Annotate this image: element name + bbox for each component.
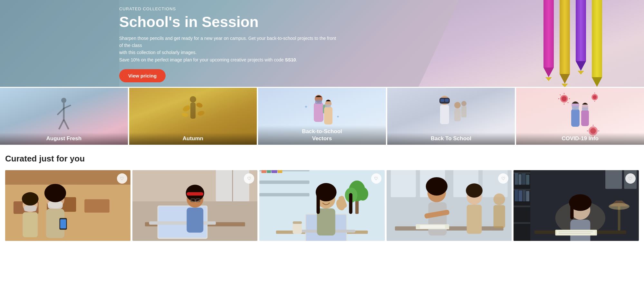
hero-content: CURATED COLLECTIONS School's in Session … [119, 6, 338, 82]
svg-point-28 [461, 101, 466, 106]
svg-rect-131 [514, 206, 530, 207]
backtoschool-illustration [432, 94, 470, 139]
svg-line-36 [560, 95, 561, 95]
svg-text:✦: ✦ [336, 115, 340, 119]
collection-label-august: August Fresh [0, 133, 128, 145]
svg-line-5 [64, 120, 69, 129]
svg-line-3 [64, 105, 71, 108]
svg-rect-77 [149, 221, 216, 224]
collection-label-vectors: Back-to-SchoolVectors [258, 125, 386, 145]
svg-rect-151 [571, 203, 574, 219]
svg-text:✦: ✦ [304, 104, 308, 109]
photo2-illustration [132, 170, 258, 241]
svg-line-2 [57, 108, 64, 115]
svg-rect-52 [581, 110, 589, 126]
svg-rect-107 [349, 193, 352, 214]
collection-item-covid[interactable]: COVID-19 Info [516, 88, 644, 145]
svg-rect-136 [526, 175, 529, 185]
svg-rect-89 [262, 170, 267, 173]
photo4-illustration [387, 170, 512, 241]
svg-rect-137 [515, 190, 518, 201]
collections-row: August Fresh Autumn [0, 87, 644, 145]
svg-point-8 [182, 104, 191, 113]
svg-point-11 [197, 110, 205, 116]
curated-bg-1 [5, 170, 130, 241]
svg-rect-88 [259, 193, 309, 196]
svg-rect-134 [519, 174, 522, 185]
svg-point-6 [190, 96, 196, 103]
heart-icon-1: ♡ [120, 176, 124, 181]
hero-banner: CURATED COLLECTIONS School's in Session … [0, 0, 644, 87]
svg-rect-117 [428, 202, 447, 236]
collection-label-backtoschool: Back To School [387, 133, 515, 145]
collection-item-vectors[interactable]: ✦ ✦ Back-to-SchoolVectors [258, 88, 387, 145]
favorite-button-5[interactable]: ♡ [625, 173, 636, 184]
favorite-button-3[interactable]: ♡ [371, 173, 381, 184]
svg-rect-102 [293, 221, 302, 224]
curated-item-4[interactable]: ♡ [387, 170, 512, 241]
autumn-illustration [180, 96, 206, 137]
svg-rect-59 [84, 199, 110, 213]
curated-item-5[interactable]: ♡ [514, 170, 639, 241]
svg-rect-68 [24, 206, 36, 211]
hero-title: School's in Session [119, 14, 338, 30]
svg-rect-87 [259, 180, 309, 184]
svg-rect-141 [605, 170, 622, 189]
collection-item-autumn[interactable]: Autumn [129, 88, 258, 145]
favorite-button-1[interactable]: ♡ [117, 173, 127, 184]
svg-rect-65 [60, 219, 66, 228]
heart-icon-2: ♡ [247, 176, 251, 181]
svg-point-39 [593, 95, 597, 99]
curated-grid: ♡ [5, 170, 639, 241]
svg-rect-79 [187, 207, 203, 233]
svg-point-9 [196, 102, 203, 108]
svg-point-10 [181, 112, 188, 117]
curated-section-title: Curated just for you [5, 154, 639, 164]
curated-section: Curated just for you [0, 145, 644, 247]
svg-rect-111 [391, 170, 416, 197]
hero-pencil-decoration [418, 0, 644, 87]
svg-rect-101 [293, 222, 302, 234]
collection-label-covid: COVID-19 Info [516, 133, 644, 145]
august-illustration [51, 97, 77, 136]
hero-left-overlay [0, 0, 119, 87]
collection-label-autumn: Autumn [129, 133, 257, 145]
svg-point-118 [426, 177, 447, 196]
curated-bg-2 [132, 170, 258, 241]
curated-item-1[interactable]: ♡ [5, 170, 130, 241]
svg-point-31 [562, 96, 567, 101]
svg-rect-7 [190, 103, 196, 119]
svg-rect-126 [420, 225, 445, 228]
svg-rect-17 [324, 107, 332, 124]
svg-rect-62 [48, 201, 63, 209]
svg-point-122 [466, 183, 483, 197]
svg-rect-132 [514, 222, 530, 224]
svg-rect-49 [571, 109, 580, 127]
hero-subtitle: CURATED COLLECTIONS [119, 6, 338, 11]
svg-rect-91 [272, 170, 277, 173]
svg-rect-25 [445, 99, 449, 102]
heart-icon-4: ♡ [501, 176, 505, 181]
view-pricing-button[interactable]: View pricing [119, 69, 166, 82]
collection-item-backtoschool[interactable]: Back To School [387, 88, 516, 145]
svg-rect-86 [259, 170, 309, 171]
curated-bg-5 [514, 170, 639, 241]
svg-rect-140 [526, 191, 529, 201]
svg-line-4 [59, 120, 64, 129]
svg-rect-153 [557, 231, 595, 235]
curated-item-3[interactable]: ♡ [259, 170, 385, 241]
svg-point-0 [61, 98, 66, 103]
svg-rect-18 [325, 104, 331, 107]
photo5-illustration [514, 170, 639, 241]
svg-point-123 [493, 193, 505, 205]
svg-rect-81 [187, 192, 203, 196]
photo1-illustration [5, 170, 130, 241]
svg-rect-29 [461, 106, 466, 117]
curated-item-2[interactable]: ♡ [132, 170, 258, 241]
svg-rect-55 [5, 170, 130, 185]
favorite-button-2[interactable]: ♡ [244, 173, 254, 184]
svg-rect-90 [267, 170, 271, 173]
hero-description: Sharpen those pencils and get ready for … [119, 35, 338, 64]
collection-item-august-fresh[interactable]: August Fresh [0, 88, 129, 145]
heart-icon-3: ♡ [374, 176, 378, 181]
